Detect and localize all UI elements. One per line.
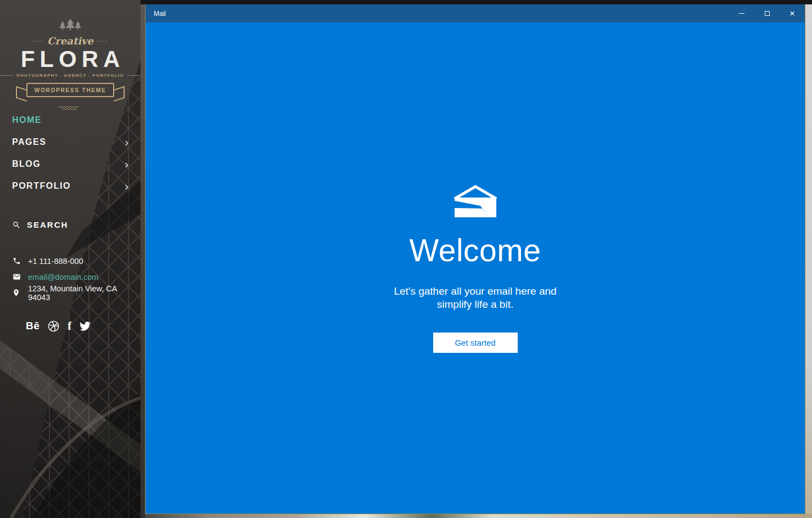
chevron-right-icon: › <box>125 136 128 149</box>
desktop-right-strip <box>805 4 812 518</box>
divider-line <box>127 75 141 76</box>
close-icon: × <box>789 9 795 18</box>
maximize-icon <box>765 11 770 16</box>
window-controls: × <box>729 4 805 22</box>
facebook-icon[interactable]: f <box>68 320 71 333</box>
open-envelope-icon <box>454 185 497 218</box>
address-row: 1234, Mountain View, CA 94043 <box>12 285 141 301</box>
contact-info: +1 111-888-000 email@domain.com 1234, Mo… <box>12 253 141 301</box>
nav-label: PORTFOLIO <box>12 181 71 191</box>
minimize-button[interactable] <box>729 4 754 22</box>
dots-decoration: ···· <box>32 38 43 44</box>
mail-app-window: Mail × Welcome Let's gather all your ema… <box>145 4 805 514</box>
logo-tagline-text: PHOTOGRAPHY - AGENCY - PORTFOLIO <box>16 73 124 78</box>
location-pin-icon <box>12 289 21 297</box>
logo-title: FLORA <box>0 47 141 71</box>
pine-trees-icon <box>58 19 83 31</box>
welcome-subtitle: Let's gather all your email here and sim… <box>145 285 805 311</box>
desktop-bottom-strip <box>145 514 812 518</box>
mail-logo <box>145 185 805 220</box>
behance-icon[interactable]: Bē <box>26 320 40 332</box>
phone-number: +1 111-888-000 <box>28 257 83 266</box>
search-button[interactable]: SEARCH <box>12 220 68 229</box>
mail-titlebar[interactable]: Mail × <box>145 4 805 22</box>
close-button[interactable]: × <box>780 4 805 22</box>
nav-item-portfolio[interactable]: PORTFOLIO › <box>0 175 141 197</box>
nav-label: BLOG <box>12 159 41 169</box>
minimize-icon <box>739 13 744 14</box>
get-started-button[interactable]: Get started <box>433 333 518 353</box>
maximize-button[interactable] <box>754 4 780 22</box>
site-logo[interactable]: ···· Creative ···· FLORA PHOTOGRAPHY - A… <box>0 19 141 113</box>
logo-ribbon-text: WORDPRESS THEME <box>26 83 114 97</box>
sidebar-navigation: HOME PAGES › BLOG › PORTFOLIO › <box>0 109 141 197</box>
behance-glyph: Bē <box>26 320 40 332</box>
address-text: 1234, Mountain View, CA 94043 <box>28 284 141 302</box>
email-link[interactable]: email@domain.com <box>28 273 98 281</box>
window-title: Mail <box>145 10 166 18</box>
subtitle-line-1: Let's gather all your email here and <box>145 285 805 298</box>
desktop-top-strip <box>141 0 812 4</box>
divider-line <box>0 75 13 76</box>
dribbble-icon[interactable] <box>48 320 59 332</box>
phone-icon <box>12 257 21 265</box>
mail-welcome-screen: Welcome Let's gather all your email here… <box>145 22 805 514</box>
nav-item-blog[interactable]: BLOG › <box>0 153 141 175</box>
website-sidebar: ···· Creative ···· FLORA PHOTOGRAPHY - A… <box>0 0 141 518</box>
search-label: SEARCH <box>27 220 68 229</box>
facebook-glyph: f <box>68 320 71 333</box>
welcome-heading: Welcome <box>145 232 805 268</box>
search-icon <box>12 221 21 229</box>
nav-item-pages[interactable]: PAGES › <box>0 131 141 153</box>
chevron-right-icon: › <box>125 180 128 193</box>
subtitle-line-2: simplify life a bit. <box>145 298 805 311</box>
nav-label: PAGES <box>12 137 46 147</box>
social-links: Bē f <box>26 318 91 334</box>
desktop-left-strip <box>141 4 145 518</box>
nav-label: HOME <box>12 115 42 125</box>
logo-tagline: PHOTOGRAPHY - AGENCY - PORTFOLIO <box>0 73 141 78</box>
logo-ribbon: WORDPRESS THEME <box>0 83 141 102</box>
logo-creative-script: ···· Creative ···· <box>0 35 141 47</box>
email-row: email@domain.com <box>12 269 141 285</box>
nav-item-home[interactable]: HOME <box>0 109 141 131</box>
dots-decoration: ···· <box>97 38 108 44</box>
envelope-icon <box>12 273 21 281</box>
phone-row: +1 111-888-000 <box>12 253 141 269</box>
chevron-right-icon: › <box>125 158 128 171</box>
twitter-icon[interactable] <box>80 322 91 331</box>
